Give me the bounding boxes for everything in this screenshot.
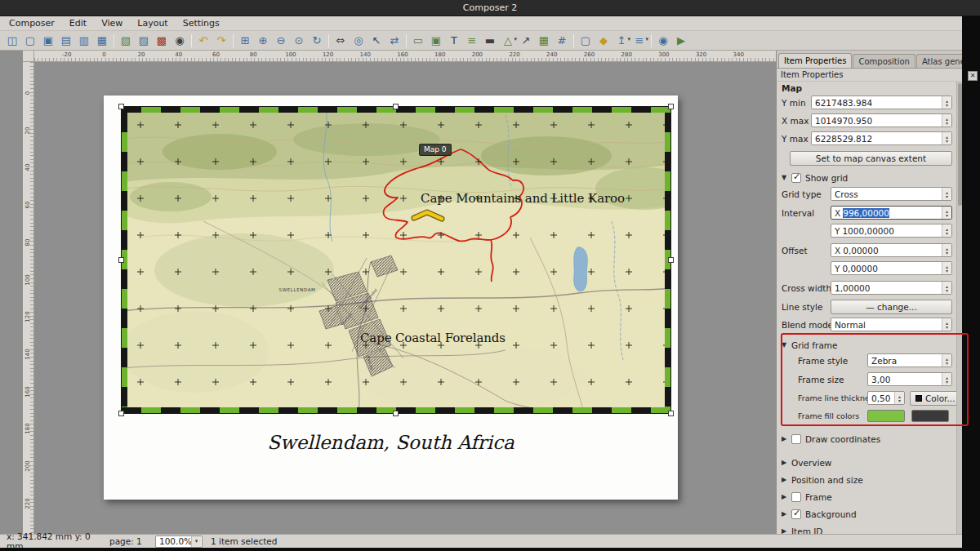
frame-color-button[interactable]: Color... [910, 391, 960, 406]
cross-width-spinner[interactable]: ▴▾ [942, 282, 951, 294]
raise-items-icon[interactable]: ↥▾ [612, 33, 630, 49]
ymax-input[interactable]: 6228529.812 ▴▾ [811, 131, 952, 145]
grid-frame-header[interactable]: Grid frame [791, 340, 838, 350]
add-map-icon[interactable]: ▭ [409, 33, 427, 49]
add-image-icon[interactable]: ▣ [427, 33, 445, 49]
overview-collapse-icon[interactable]: ▶ [782, 459, 791, 466]
frame-size-input[interactable]: 3,00 ▴▾ [867, 372, 952, 386]
save-project-icon[interactable]: ◫ [3, 33, 21, 49]
add-scalebar-icon[interactable]: ▬ [481, 33, 499, 49]
panel-scrollbar[interactable] [956, 82, 962, 534]
composer-manager-icon[interactable]: ▤ [57, 33, 75, 49]
collapse-arrow-icon[interactable]: ▼ [782, 174, 791, 181]
blend-mode-arrows[interactable]: ▴▾ [942, 318, 951, 331]
cross-width-input[interactable]: 1,00000 ▴▾ [831, 281, 952, 295]
ymax-spinner[interactable]: ▴▾ [942, 132, 951, 144]
add-label-icon[interactable]: T [445, 33, 463, 49]
menu-settings[interactable]: Settings [176, 17, 227, 29]
add-table-icon[interactable]: ▦ [535, 33, 553, 49]
pan-icon[interactable]: ⇔ [332, 33, 350, 49]
map-title-label[interactable]: Swellendam, South Africa [104, 429, 678, 455]
map-group-header[interactable]: Map [782, 83, 802, 93]
selection-handle-sw[interactable] [118, 411, 124, 416]
menu-layout[interactable]: Layout [130, 17, 175, 29]
offset-x-spinner[interactable]: ▴▾ [942, 244, 951, 256]
duplicate-composer-icon[interactable]: ▣ [39, 33, 57, 49]
zoom-in-icon[interactable]: ⊕ [254, 33, 272, 49]
frame-thickness-spinner[interactable]: ▴▾ [894, 392, 904, 404]
position-size-collapse-icon[interactable]: ▶ [782, 476, 791, 483]
offset-y-spinner[interactable]: ▴▾ [942, 262, 951, 274]
atlas-preview-icon[interactable]: ▶ [672, 33, 690, 49]
align-items-icon[interactable]: ≡▾ [630, 33, 648, 49]
selection-handle-e[interactable] [668, 257, 674, 263]
tab-item-properties[interactable]: Item Properties [778, 53, 852, 68]
blend-mode-combobox[interactable]: Normal ▴▾ [831, 318, 952, 331]
new-composer-icon[interactable]: ▢ [21, 33, 39, 49]
xmax-input[interactable]: 1014970.950 ▴▾ [811, 113, 952, 127]
frame-fill-color1-button[interactable] [867, 410, 905, 422]
dropdown-caret-icon[interactable]: ▾ [645, 31, 648, 47]
interval-y-input[interactable]: Y 1000,00000 ▴▾ [831, 224, 952, 238]
grid-frame-collapse-icon[interactable]: ▼ [782, 341, 791, 349]
selection-handle-ne[interactable] [668, 104, 674, 109]
frame-fill-color2-button[interactable] [911, 410, 949, 422]
save-template-icon[interactable]: ▦ [93, 33, 111, 49]
lock-items-icon[interactable]: ◆ [595, 33, 612, 49]
export-pdf-icon[interactable]: ▩ [153, 33, 171, 49]
interval-x-input[interactable]: X 996,00000 ▴▾ [831, 206, 952, 220]
refresh-view-icon[interactable]: ↻ [308, 33, 326, 49]
zoom-dropdown-arrow-icon[interactable]: ▾ [191, 536, 201, 547]
xmax-spinner[interactable]: ▴▾ [942, 114, 951, 127]
add-html-icon[interactable]: # [553, 33, 571, 49]
export-image-icon[interactable]: ▧ [117, 33, 135, 49]
menu-composer[interactable]: Composer [2, 17, 62, 29]
composer-canvas[interactable]: -40-200204060801001201401601802002202402… [0, 51, 776, 534]
interval-y-spinner[interactable]: ▴▾ [942, 224, 951, 237]
selection-handle-n[interactable] [393, 104, 399, 109]
grid-type-arrows[interactable]: ▴▾ [942, 188, 951, 200]
load-template-icon[interactable]: ▥ [75, 33, 93, 49]
selection-handle-nw[interactable] [118, 104, 124, 109]
menu-view[interactable]: View [94, 17, 130, 29]
background-checkbox[interactable] [791, 509, 801, 519]
grid-type-combobox[interactable]: Cross ▴▾ [831, 187, 952, 201]
selection-handle-se[interactable] [668, 411, 674, 416]
zoom-combobox[interactable]: 100.0% ▾ [155, 535, 203, 548]
add-shape-icon[interactable]: △▾ [499, 33, 517, 49]
selection-handle-w[interactable] [118, 257, 124, 263]
composition-page[interactable]: Cape Mountains and Little Karoo Cape Coa… [104, 96, 678, 500]
select-move-item-icon[interactable]: ↖ [368, 33, 385, 49]
move-item-content-icon[interactable]: ⇄ [385, 33, 403, 49]
line-style-change-button[interactable]: — change... [831, 300, 952, 314]
frame-style-combobox[interactable]: Zebra ▴▾ [867, 353, 952, 367]
add-legend-icon[interactable]: ≡ [463, 33, 481, 49]
ymin-input[interactable]: 6217483.984 ▴▾ [811, 96, 952, 109]
item-id-collapse-icon[interactable]: ▶ [782, 527, 791, 534]
zoom-actual-icon[interactable]: ⊙ [290, 33, 308, 49]
selection-handle-s[interactable] [393, 411, 399, 416]
position-size-label[interactable]: Position and size [791, 475, 863, 485]
frame-checkbox[interactable] [791, 492, 801, 502]
background-collapse-icon[interactable]: ▶ [782, 510, 791, 518]
undo-icon[interactable]: ↶ [194, 33, 212, 49]
redo-icon[interactable]: ↷ [212, 33, 230, 49]
group-items-icon[interactable]: ▢ [577, 33, 595, 49]
export-svg-icon[interactable]: ▨ [135, 33, 153, 49]
atlas-settings-icon[interactable]: ◉ [654, 33, 672, 49]
zoom-out-icon[interactable]: ⊖ [272, 33, 290, 49]
add-arrow-icon[interactable]: ↗ [517, 33, 535, 49]
ymin-spinner[interactable]: ▴▾ [942, 96, 951, 109]
frame-size-spinner[interactable]: ▴▾ [942, 373, 951, 385]
frame-thickness-input[interactable]: 0,50 ▴▾ [867, 391, 905, 405]
set-extent-button[interactable]: Set to map canvas extent [790, 151, 952, 166]
tab-composition[interactable]: Composition [853, 54, 915, 68]
zoom-tool-icon[interactable]: ◎ [350, 33, 368, 49]
map-item[interactable]: Cape Mountains and Little Karoo Cape Coa… [121, 106, 671, 414]
draw-coordinates-checkbox[interactable] [791, 434, 801, 444]
show-grid-checkbox[interactable] [791, 173, 801, 183]
offset-y-input[interactable]: Y 0,00000 ▴▾ [831, 261, 952, 275]
item-id-label[interactable]: Item ID [791, 527, 822, 535]
offset-x-input[interactable]: X 0,00000 ▴▾ [831, 243, 952, 257]
menu-edit[interactable]: Edit [62, 17, 94, 29]
